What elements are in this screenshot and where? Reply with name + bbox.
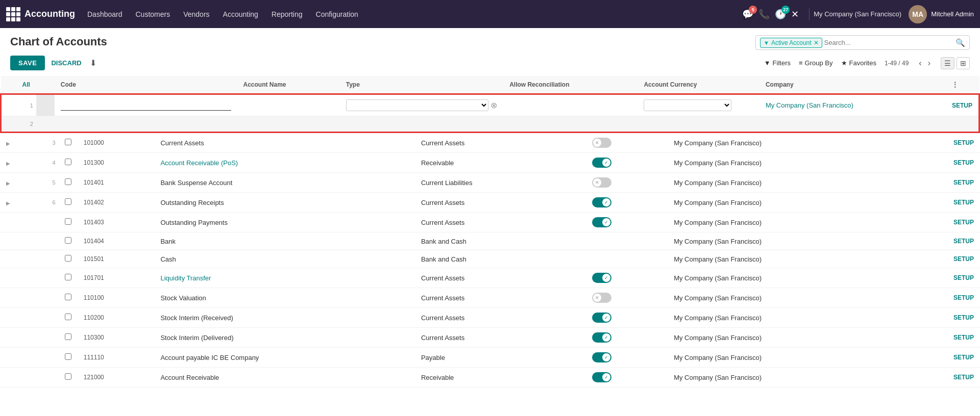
reconciliation-toggle[interactable]: ✓ (592, 273, 611, 283)
reconciliation-toggle[interactable]: ✓ (592, 352, 611, 362)
active-account-filter[interactable]: ▼ Active Account ✕ (760, 38, 822, 48)
setup-button[interactable]: SETUP (903, 308, 980, 328)
row-checkbox[interactable] (59, 328, 78, 348)
row-checkbox-input[interactable] (65, 218, 71, 225)
row-checkbox-input[interactable] (65, 198, 71, 205)
nav-configuration[interactable]: Configuration (310, 7, 364, 21)
grid-view-button[interactable]: ⊞ (957, 57, 970, 69)
row-checkbox[interactable] (59, 308, 78, 328)
account-name[interactable]: Bank (154, 232, 415, 250)
allow-reconciliation[interactable]: ✓ (565, 268, 639, 288)
allow-reconciliation[interactable] (565, 250, 639, 268)
row-checkbox-input[interactable] (65, 237, 71, 244)
reconciliation-toggle[interactable]: ✓ (592, 217, 611, 227)
row-expand-cell[interactable]: ▶ (0, 173, 43, 193)
nav-customers[interactable]: Customers (130, 7, 177, 21)
row-checkbox-input[interactable] (65, 333, 71, 340)
reconciliation-toggle[interactable]: ✓ (592, 372, 611, 382)
setup-button[interactable]: SETUP (903, 173, 980, 193)
row-checkbox[interactable] (59, 133, 78, 153)
reconciliation-toggle[interactable]: ✕ (592, 177, 611, 188)
setup-button[interactable]: SETUP (903, 288, 980, 308)
allow-reconciliation[interactable]: ✕ (565, 133, 639, 153)
row-checkbox[interactable] (59, 153, 78, 173)
search-button[interactable]: 🔍 (955, 38, 965, 47)
row-expand-cell[interactable]: ▶ (0, 133, 43, 153)
new-type-cell-1[interactable]: Current Assets Receivable Current Liabil… (340, 95, 503, 116)
row-checkbox-1[interactable] (36, 94, 55, 116)
new-code-input[interactable] (61, 100, 231, 111)
row-checkbox-input[interactable] (65, 314, 71, 320)
nav-dashboard[interactable]: Dashboard (81, 7, 129, 21)
nav-accounting[interactable]: Accounting (217, 7, 264, 21)
nav-vendors[interactable]: Vendors (177, 7, 215, 21)
row-checkbox-input[interactable] (65, 373, 71, 380)
allow-reconciliation[interactable]: ✓ (565, 368, 639, 387)
reconciliation-toggle[interactable]: ✓ (592, 197, 611, 207)
setup-button[interactable]: SETUP (903, 348, 980, 368)
row-checkbox[interactable] (59, 348, 78, 368)
setup-button[interactable]: SETUP (903, 368, 980, 387)
search-input[interactable] (822, 36, 955, 49)
new-name-cell-1[interactable] (237, 94, 340, 116)
row-checkbox-input[interactable] (65, 353, 71, 360)
allow-reconciliation[interactable]: ✓ (565, 213, 639, 232)
account-name[interactable]: Account Receivable (PoS) (154, 153, 415, 173)
allow-reconciliation[interactable]: ✓ (565, 308, 639, 328)
setup-button[interactable]: SETUP (903, 232, 980, 250)
row-checkbox-input[interactable] (65, 139, 71, 145)
type-close-icon[interactable]: ⊗ (491, 100, 497, 110)
row-checkbox[interactable] (59, 268, 78, 288)
row-checkbox-input[interactable] (65, 274, 71, 280)
allow-reconciliation[interactable]: ✕ (565, 288, 639, 308)
expand-arrow[interactable]: ▶ (6, 141, 12, 146)
clock-icon-btn[interactable]: 🕐 27 (775, 9, 786, 20)
account-name[interactable]: Current Assets (154, 133, 415, 153)
row-checkbox[interactable] (59, 173, 78, 193)
account-name[interactable]: Stock Interim (Received) (154, 308, 415, 328)
row-checkbox-input[interactable] (65, 159, 71, 165)
account-name[interactable]: Stock Interim (Delivered) (154, 328, 415, 348)
new-currency-cell-1[interactable] (638, 94, 759, 116)
setup-button[interactable]: SETUP (903, 153, 980, 173)
th-all[interactable]: All (16, 76, 36, 94)
row-expand-cell[interactable]: ▶ (0, 193, 43, 213)
account-name[interactable]: Account Receivable (154, 368, 415, 387)
allow-reconciliation[interactable]: ✓ (565, 348, 639, 368)
account-name[interactable]: Outstanding Payments (154, 213, 415, 232)
setup-button[interactable]: SETUP (903, 133, 980, 153)
user-menu[interactable]: MA Mitchell Admin (909, 5, 974, 23)
new-currency-select[interactable] (644, 99, 731, 111)
phone-icon-btn[interactable]: 📞 (758, 9, 770, 20)
row-checkbox[interactable] (59, 288, 78, 308)
reconciliation-toggle[interactable]: ✓ (592, 313, 611, 323)
filters-button[interactable]: ▼ Filters (764, 59, 791, 67)
setup-button[interactable]: SETUP (903, 328, 980, 348)
row-checkbox-input[interactable] (65, 294, 71, 300)
download-button[interactable]: ⬇ (88, 55, 99, 71)
reconciliation-toggle[interactable]: ✕ (592, 138, 611, 148)
row-checkbox-2[interactable] (36, 116, 55, 133)
account-name[interactable]: Liquidity Transfer (154, 268, 415, 288)
row-checkbox-input[interactable] (65, 255, 71, 262)
discard-button[interactable]: DISCARD (49, 56, 83, 70)
row-expand-cell[interactable]: ▶ (0, 153, 43, 173)
new-setup-1[interactable]: SETUP (946, 94, 979, 116)
account-name[interactable]: Outstanding Receipts (154, 193, 415, 213)
save-button[interactable]: SAVE (10, 56, 45, 70)
expand-arrow[interactable]: ▶ (6, 200, 12, 206)
reconciliation-toggle[interactable]: ✓ (592, 158, 611, 168)
row-checkbox[interactable] (59, 232, 78, 250)
row-checkbox-input[interactable] (65, 178, 71, 185)
allow-reconciliation[interactable]: ✓ (565, 328, 639, 348)
app-logo[interactable]: Accounting (6, 7, 75, 21)
setup-button[interactable]: SETUP (903, 250, 980, 268)
chat-icon-btn[interactable]: 💬 5 (742, 9, 753, 20)
new-code-cell-1[interactable] (55, 94, 237, 116)
setup-button[interactable]: SETUP (903, 268, 980, 288)
nav-reporting[interactable]: Reporting (265, 7, 309, 21)
allow-reconciliation[interactable]: ✕ (565, 173, 639, 193)
expand-arrow[interactable]: ▶ (6, 180, 12, 186)
favorites-button[interactable]: ★ Favorites (841, 59, 876, 67)
reconciliation-toggle[interactable]: ✓ (592, 332, 611, 343)
